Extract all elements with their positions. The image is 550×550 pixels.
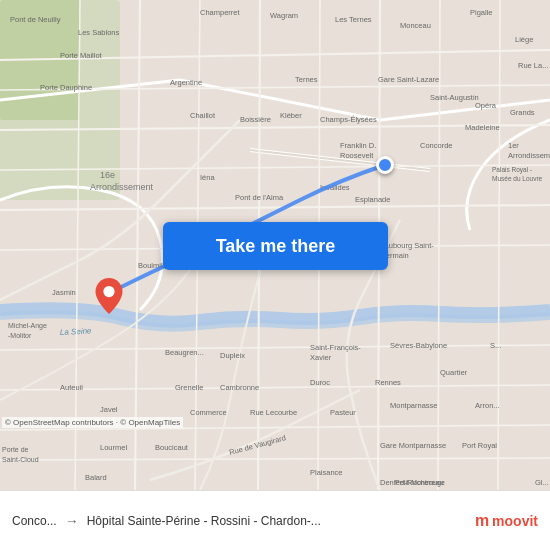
svg-text:Faubourg Saint-: Faubourg Saint-	[380, 241, 434, 250]
svg-text:Michel-Ange: Michel-Ange	[8, 322, 47, 330]
svg-text:Ternes: Ternes	[295, 75, 318, 84]
svg-text:Sèvres-Babylone: Sèvres-Babylone	[390, 341, 447, 350]
svg-text:Porte Maillot: Porte Maillot	[60, 51, 103, 60]
svg-text:Lourmel: Lourmel	[100, 443, 127, 452]
svg-text:Palais Royal -: Palais Royal -	[492, 166, 532, 174]
destination-marker	[95, 278, 123, 318]
svg-text:Dupleix: Dupleix	[220, 351, 245, 360]
svg-text:Arron...: Arron...	[475, 401, 500, 410]
bottom-bar: Conco... → Hôpital Sainte-Périne - Rossi…	[0, 490, 550, 550]
svg-text:Chaillot: Chaillot	[190, 111, 216, 120]
svg-text:Les Sablons: Les Sablons	[78, 28, 120, 37]
svg-text:Pasteur: Pasteur	[330, 408, 356, 417]
svg-text:Roosevelt: Roosevelt	[340, 151, 374, 160]
svg-text:Montparnasse: Montparnasse	[390, 401, 438, 410]
svg-text:Rue La...: Rue La...	[518, 61, 548, 70]
svg-text:Wagram: Wagram	[270, 11, 298, 20]
svg-text:Concorde: Concorde	[420, 141, 453, 150]
svg-text:Duroc: Duroc	[310, 378, 330, 387]
svg-text:Liège: Liège	[515, 35, 533, 44]
from-station: Conco...	[12, 514, 57, 528]
svg-text:Boucicaut: Boucicaut	[155, 443, 189, 452]
svg-point-100	[103, 286, 114, 297]
svg-text:Grands: Grands	[510, 108, 535, 117]
map-container: La Seine	[0, 0, 550, 490]
svg-text:Porte de: Porte de	[2, 446, 29, 453]
svg-text:Arrondissement: Arrondissement	[90, 182, 154, 192]
svg-text:S...: S...	[490, 341, 501, 350]
moovit-brand-text: moovit	[492, 513, 538, 529]
svg-text:1er: 1er	[508, 141, 519, 150]
moovit-logo: m moovit	[475, 512, 538, 530]
map-attribution: © OpenStreetMap contributors · © OpenMap…	[2, 417, 183, 428]
svg-text:Saint-François-: Saint-François-	[310, 343, 361, 352]
svg-text:Pont de Neuilly: Pont de Neuilly	[10, 15, 61, 24]
svg-text:Esplanade: Esplanade	[355, 195, 390, 204]
svg-text:Arrondissement: Arrondissement	[508, 151, 550, 160]
svg-text:Gl...: Gl...	[535, 478, 549, 487]
moovit-m: m	[475, 512, 489, 530]
svg-text:Quartier: Quartier	[440, 368, 468, 377]
svg-text:Jasmin: Jasmin	[52, 288, 76, 297]
svg-text:Balard: Balard	[85, 473, 107, 482]
svg-text:16e: 16e	[100, 170, 115, 180]
svg-text:Commerce: Commerce	[190, 408, 227, 417]
svg-text:Rennes: Rennes	[375, 378, 401, 387]
svg-text:Plaisance: Plaisance	[310, 468, 343, 477]
svg-text:Beaugren...: Beaugren...	[165, 348, 204, 357]
svg-text:Grenelle: Grenelle	[175, 383, 203, 392]
svg-text:Boissière: Boissière	[240, 115, 271, 124]
svg-text:Gare Montparnasse: Gare Montparnasse	[380, 441, 446, 450]
svg-text:Porte Dauphine: Porte Dauphine	[40, 83, 92, 92]
svg-text:-Molitor: -Molitor	[8, 332, 32, 339]
svg-text:Kléber: Kléber	[280, 111, 302, 120]
svg-text:Champerret: Champerret	[200, 8, 241, 17]
svg-text:Rue Lecourbe: Rue Lecourbe	[250, 408, 297, 417]
svg-text:Port Royal: Port Royal	[462, 441, 497, 450]
svg-text:Javel: Javel	[100, 405, 118, 414]
svg-text:Petit-Montrouge: Petit-Montrouge	[395, 479, 445, 487]
svg-text:Gare Saint-Lazare: Gare Saint-Lazare	[378, 75, 439, 84]
svg-text:Pigalle: Pigalle	[470, 8, 493, 17]
svg-text:Les Ternes: Les Ternes	[335, 15, 372, 24]
svg-text:Musée du Louvre: Musée du Louvre	[492, 175, 543, 182]
svg-text:Pont de l'Alma: Pont de l'Alma	[235, 193, 284, 202]
take-me-there-button[interactable]: Take me there	[163, 222, 388, 270]
svg-text:Xavier: Xavier	[310, 353, 332, 362]
svg-text:Argentine: Argentine	[170, 78, 202, 87]
svg-text:Auteuil: Auteuil	[60, 383, 83, 392]
svg-text:Opéra: Opéra	[475, 101, 497, 110]
svg-text:Saint-Cloud: Saint-Cloud	[2, 456, 39, 463]
origin-marker	[376, 156, 394, 174]
svg-text:Champs-Élysées: Champs-Élysées	[320, 115, 377, 124]
svg-text:Monceau: Monceau	[400, 21, 431, 30]
to-station: Hôpital Sainte-Périne - Rossini - Chardo…	[87, 514, 467, 528]
svg-text:Franklin D.: Franklin D.	[340, 141, 376, 150]
svg-text:Cambronne: Cambronne	[220, 383, 259, 392]
svg-text:Madeleine: Madeleine	[465, 123, 500, 132]
arrow-icon: →	[65, 513, 79, 529]
svg-text:Iéna: Iéna	[200, 173, 215, 182]
svg-text:Saint-Augustin: Saint-Augustin	[430, 93, 479, 102]
